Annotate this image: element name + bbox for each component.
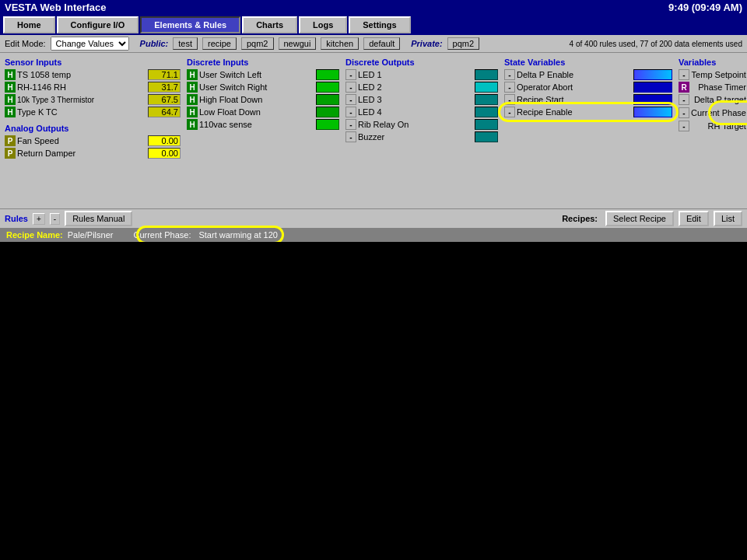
tab-default[interactable]: default — [363, 37, 400, 50]
sv-label-0: Delta P Enable — [517, 70, 632, 79]
badge-sv-1: - — [504, 82, 515, 93]
badge-sv-0: - — [504, 69, 515, 80]
sensor-value-1[interactable] — [148, 82, 181, 93]
sensor-inputs-title: Sensor Inputs — [5, 58, 181, 67]
state-variables-section: State Variables - Delta P Enable - Opera… — [503, 56, 674, 205]
nav-home[interactable]: Home — [3, 16, 55, 33]
sensor-row-1: H RH-1146 RH — [5, 82, 181, 93]
analog-row-0: P Fan Speed — [5, 135, 181, 146]
badge-p-1: P — [5, 148, 16, 159]
nav-logs[interactable]: Logs — [299, 16, 347, 33]
sv-led-1[interactable] — [633, 82, 672, 93]
analog-row-1: P Return Damper — [5, 148, 181, 159]
analog-label-1: Return Damper — [17, 149, 146, 158]
sensor-label-2: 10k Type 3 Thermistor — [17, 96, 146, 104]
sensor-value-2[interactable] — [148, 94, 181, 105]
sv-led-3[interactable] — [633, 107, 672, 117]
tab-newgui[interactable]: newgui — [279, 37, 317, 50]
badge-p-0: P — [5, 135, 16, 146]
usage-info: 4 of 400 rules used, 77 of 200 data elem… — [570, 40, 742, 48]
analog-value-1[interactable] — [148, 148, 181, 159]
badge-h-di-4: H — [187, 119, 198, 130]
badge-sv-2: - — [504, 94, 515, 105]
discrete-input-row-0: H User Switch Left — [187, 69, 339, 80]
tab-kitchen[interactable]: kitchen — [321, 37, 359, 50]
edit-bar: Edit Mode: Change Values View Only Publi… — [0, 35, 747, 53]
nav-bar: Home Configure I/O Elements & Rules Char… — [0, 15, 747, 35]
nav-elements-rules[interactable]: Elements & Rules — [140, 16, 240, 33]
tab-recipe[interactable]: recipe — [202, 37, 237, 50]
do-row-5: - Buzzer — [345, 131, 498, 142]
di-label-3: Low Float Down — [199, 107, 314, 117]
sensor-row-2: H 10k Type 3 Thermistor — [5, 94, 181, 105]
do-led-4[interactable] — [475, 119, 498, 130]
edit-mode-label: Edit Mode: — [5, 39, 46, 48]
recipes-label: Recipes: — [562, 214, 598, 223]
edit-recipe-btn[interactable]: Edit — [679, 211, 709, 226]
di-led-0[interactable] — [316, 69, 339, 80]
sensor-section: Sensor Inputs H TS 1058 temp H RH-1146 R… — [3, 56, 182, 205]
edit-mode-select[interactable]: Change Values View Only — [51, 37, 129, 51]
var-label-3: Current Phase — [691, 108, 747, 117]
sv-row-2: - Recipe Start — [504, 94, 672, 105]
sensor-label-0: TS 1058 temp — [17, 70, 146, 79]
di-label-4: 110vac sense — [199, 120, 314, 129]
do-row-3: - LED 4 — [345, 107, 498, 117]
sensor-value-3[interactable] — [148, 107, 181, 117]
recipe-name-value: Pale/Pilsner — [68, 230, 114, 240]
discrete-inputs-title: Discrete Inputs — [187, 58, 339, 67]
sv-row-1: - Operator Abort — [504, 82, 672, 93]
di-label-1: User Switch Right — [199, 82, 314, 92]
di-led-4[interactable] — [316, 119, 339, 130]
sensor-row-3: H Type K TC — [5, 107, 181, 117]
var-row-3: - Current Phase — [679, 107, 747, 119]
badge-h-2: H — [5, 94, 16, 105]
var-row-0: - Temp Setpoint — [679, 69, 747, 80]
di-led-2[interactable] — [316, 94, 339, 105]
do-row-4: - Rib Relay On — [345, 119, 498, 130]
rules-minus-btn[interactable]: - — [50, 213, 60, 225]
list-recipe-btn[interactable]: List — [714, 211, 742, 226]
badge-h-1: H — [5, 82, 16, 93]
do-label-2: LED 3 — [358, 95, 473, 104]
discrete-inputs-section: Discrete Inputs H User Switch Left H Use… — [185, 56, 341, 205]
clock: 9:49 (09:49 AM) — [668, 2, 742, 13]
variables-title: Variables — [679, 58, 747, 67]
do-led-5[interactable] — [475, 131, 498, 142]
di-led-1[interactable] — [316, 82, 339, 93]
sv-led-2[interactable] — [633, 94, 672, 105]
badge-h-di-2: H — [187, 94, 198, 105]
sensor-label-1: RH-1146 RH — [17, 82, 146, 92]
title-bar: VESTA Web Interface 9:49 (09:49 AM) — [0, 0, 747, 15]
nav-charts[interactable]: Charts — [242, 16, 297, 33]
nav-settings[interactable]: Settings — [349, 16, 410, 33]
di-led-3[interactable] — [316, 107, 339, 117]
do-label-4: Rib Relay On — [358, 120, 473, 129]
tab-pqm2-private[interactable]: pqm2 — [447, 37, 480, 50]
sv-label-3: Recipe Enable — [517, 107, 632, 117]
main-content: Sensor Inputs H TS 1058 temp H RH-1146 R… — [0, 53, 747, 208]
rules-add-btn[interactable]: + — [33, 213, 45, 225]
private-label: Private: — [411, 39, 442, 48]
di-label-2: High Float Down — [199, 95, 314, 104]
do-led-3[interactable] — [475, 107, 498, 117]
sensor-label-3: Type K TC — [17, 107, 146, 117]
do-led-2[interactable] — [475, 94, 498, 105]
discrete-input-row-1: H User Switch Right — [187, 82, 339, 93]
badge-do-2: - — [345, 94, 356, 105]
tab-pqm2-public[interactable]: pqm2 — [241, 37, 274, 50]
rules-manual-btn[interactable]: Rules Manual — [65, 211, 132, 226]
var-label-2: Delta P target — [691, 95, 747, 104]
select-recipe-btn[interactable]: Select Recipe — [605, 211, 674, 226]
nav-configure-io[interactable]: Configure I/O — [57, 16, 139, 33]
do-row-0: - LED 1 — [345, 69, 498, 80]
badge-h-0: H — [5, 69, 16, 80]
tab-test[interactable]: test — [173, 37, 198, 50]
badge-do-3: - — [345, 107, 356, 117]
sensor-value-0[interactable] — [148, 69, 181, 80]
do-led-0[interactable] — [475, 69, 498, 80]
do-led-1[interactable] — [475, 82, 498, 93]
analog-value-0[interactable] — [148, 135, 181, 146]
rules-title: Rules — [5, 214, 28, 223]
sv-led-0[interactable] — [633, 69, 672, 80]
